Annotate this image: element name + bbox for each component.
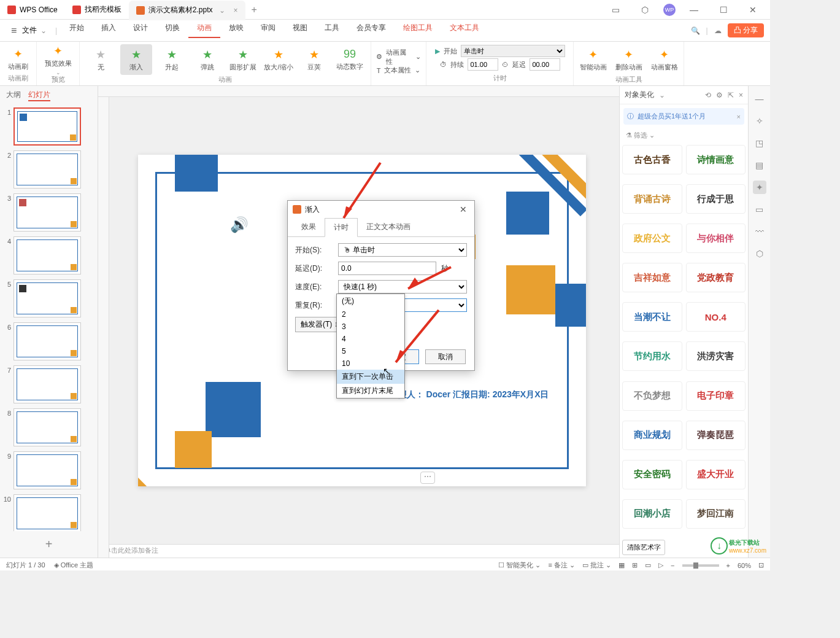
menu-动画[interactable]: 动画 xyxy=(188,23,220,38)
menu-设计[interactable]: 设计 xyxy=(125,23,156,38)
clear-wordart-button[interactable]: 清除艺术字 xyxy=(622,540,665,555)
menu-切换[interactable]: 切换 xyxy=(156,23,188,38)
delay-input[interactable] xyxy=(338,262,436,275)
tool-3-icon[interactable]: ▤ xyxy=(753,158,766,172)
thumbnail-3[interactable] xyxy=(13,193,81,231)
avatar[interactable]: WP xyxy=(663,4,676,16)
zoom-out-button[interactable]: − xyxy=(671,562,674,569)
wordart-style[interactable]: 党政教育 xyxy=(686,263,746,292)
duration-input[interactable] xyxy=(468,58,498,71)
close-icon[interactable]: × xyxy=(739,91,743,99)
wordart-style[interactable]: 吉祥如意 xyxy=(622,263,682,292)
menu-插入[interactable]: 插入 xyxy=(93,23,125,38)
cube-icon[interactable]: ⬡ xyxy=(634,5,656,15)
promo-banner[interactable]: ⓘ超级会员买1年送1个月× xyxy=(623,108,744,125)
wordart-style[interactable]: 不负梦想 xyxy=(622,381,682,411)
zoom-in-button[interactable]: + xyxy=(726,562,730,569)
minimize-button[interactable]: — xyxy=(683,5,705,15)
anim-豆荚[interactable]: ★豆荚 xyxy=(298,44,330,75)
thumbnail-4[interactable] xyxy=(13,236,81,274)
menu-工具[interactable]: 工具 xyxy=(316,23,348,38)
animation-painter-button[interactable]: ✦动画刷 xyxy=(2,44,34,74)
notes-area[interactable]: 单击此处添加备注 xyxy=(98,544,619,558)
anim-放大/缩小[interactable]: ★放大/缩小 xyxy=(263,44,295,75)
add-slide-button[interactable]: + xyxy=(0,531,98,558)
delete-anim-button[interactable]: ✦删除动画 xyxy=(613,44,645,75)
view-sorter-icon[interactable]: ⊞ xyxy=(632,561,638,569)
tool-2-icon[interactable]: ◳ xyxy=(753,136,766,150)
dialog-tab-timing[interactable]: 计时 xyxy=(325,218,358,237)
anim-动态数字[interactable]: 99动态数字 xyxy=(334,44,366,75)
cloud-icon[interactable]: ☁ xyxy=(714,26,722,35)
menu-放映[interactable]: 放映 xyxy=(220,23,252,38)
file-menu[interactable]: 文件⌄ xyxy=(6,25,52,36)
wordart-style[interactable]: 节约用水 xyxy=(622,341,682,371)
dialog-close-button[interactable]: ✕ xyxy=(457,204,469,214)
dropdown-option[interactable]: 2 xyxy=(337,308,404,321)
dropdown-option[interactable]: 直到幻灯片末尾 xyxy=(337,384,404,398)
wordart-style[interactable]: 与你相伴 xyxy=(686,224,746,253)
wordart-style[interactable]: 回潮小店 xyxy=(622,499,682,529)
wordart-style[interactable]: 政府公文 xyxy=(622,224,682,253)
view-reading-icon[interactable]: ▭ xyxy=(645,561,651,569)
wordart-style[interactable]: 梦回江南 xyxy=(686,499,746,529)
theme-label[interactable]: ◈ Office 主题 xyxy=(54,561,94,570)
tab-slides[interactable]: 幻灯片 xyxy=(28,90,50,101)
zoom-slider[interactable] xyxy=(682,564,719,567)
filter-button[interactable]: ⚗ 筛选 ⌄ xyxy=(620,128,748,142)
start-select[interactable]: 单击时 xyxy=(461,45,565,57)
tab-add-button[interactable]: + xyxy=(245,4,263,15)
wordart-style[interactable]: 古色古香 xyxy=(622,145,682,174)
delay-input[interactable] xyxy=(530,58,560,71)
dialog-tab-text-anim[interactable]: 正文文本动画 xyxy=(358,218,419,236)
wordart-style[interactable]: 盛大开业 xyxy=(686,460,746,489)
wordart-tool-icon[interactable]: ✦ xyxy=(753,181,766,194)
thumbnail-5[interactable] xyxy=(13,279,81,317)
anim-圆形扩展[interactable]: ★圆形扩展 xyxy=(227,44,259,75)
tab-document[interactable]: 演示文稿素材2.pptx⌄× xyxy=(129,1,245,20)
more-button[interactable]: ⋯ xyxy=(420,472,435,484)
maximize-button[interactable]: ☐ xyxy=(712,5,734,15)
wordart-style[interactable]: 诗情画意 xyxy=(686,145,746,174)
tool-6-icon[interactable]: 〰 xyxy=(753,225,766,238)
tool-5-icon[interactable]: ▭ xyxy=(753,203,766,216)
refresh-icon[interactable]: ⟲ xyxy=(705,91,711,99)
reader-icon[interactable]: ▭ xyxy=(604,5,626,15)
zoom-level[interactable]: 60% xyxy=(738,562,751,569)
collapse-icon[interactable]: — xyxy=(753,92,766,106)
anim-弹跳[interactable]: ★弹跳 xyxy=(191,44,223,75)
dropdown-option[interactable]: 直到下一次单击 xyxy=(337,370,404,384)
wordart-style[interactable]: 电子印章 xyxy=(686,381,746,411)
menu-视图[interactable]: 视图 xyxy=(284,23,316,38)
view-slideshow-icon[interactable]: ▷ xyxy=(658,561,663,569)
wordart-style[interactable]: 洪涝灾害 xyxy=(686,341,746,371)
gear-icon[interactable]: ⚙ xyxy=(716,91,723,99)
menu-审阅[interactable]: 审阅 xyxy=(252,23,284,38)
pin-icon[interactable]: ⇱ xyxy=(728,91,734,99)
text-props[interactable]: T 文本属性 ⌄ xyxy=(377,64,421,77)
view-normal-icon[interactable]: ▦ xyxy=(618,561,625,569)
speed-select[interactable]: 快速(1 秒) xyxy=(338,280,467,294)
wordart-style[interactable]: 商业规划 xyxy=(622,421,682,450)
tool-7-icon[interactable]: ⬡ xyxy=(753,247,766,260)
wordart-style[interactable]: 行成于思 xyxy=(686,184,746,214)
thumbnail-10[interactable] xyxy=(13,494,81,531)
dialog-tab-effect[interactable]: 效果 xyxy=(293,218,325,236)
thumbnail-1[interactable] xyxy=(13,107,81,146)
dropdown-option[interactable]: 10 xyxy=(337,357,404,370)
tool-1-icon[interactable]: ✧ xyxy=(753,114,766,128)
wordart-style[interactable]: NO.4 xyxy=(686,302,746,332)
wordart-style[interactable]: 弹奏琵琶 xyxy=(686,421,746,450)
wordart-style[interactable]: 安全密码 xyxy=(622,460,682,489)
menu-文本工具[interactable]: 文本工具 xyxy=(441,23,488,38)
notes-toggle[interactable]: ≡ 备注 ⌄ xyxy=(548,561,575,570)
thumbnail-2[interactable] xyxy=(13,150,81,189)
comments-toggle[interactable]: ▭ 批注 ⌄ xyxy=(582,561,611,570)
menu-会员专享[interactable]: 会员专享 xyxy=(348,23,395,38)
dropdown-option[interactable]: 3 xyxy=(337,321,404,333)
wordart-style[interactable]: 当潮不让 xyxy=(622,302,682,332)
menu-绘图工具[interactable]: 绘图工具 xyxy=(395,23,441,38)
dropdown-option[interactable]: 5 xyxy=(337,345,404,357)
tab-template[interactable]: 找稻壳模板 xyxy=(65,0,129,20)
wordart-style[interactable]: 背诵古诗 xyxy=(622,184,682,214)
